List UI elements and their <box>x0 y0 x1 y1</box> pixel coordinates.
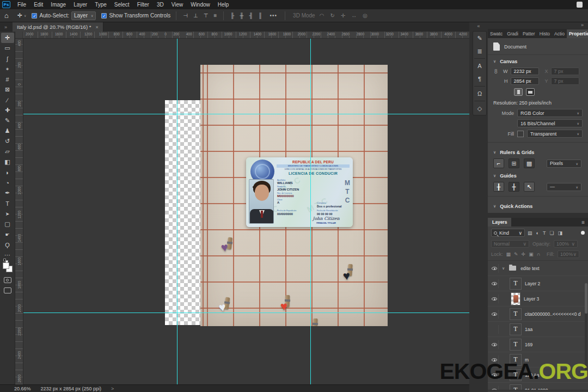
frame-tool[interactable]: ⊠ <box>1 84 14 95</box>
transparent-canvas-area[interactable] <box>165 100 200 325</box>
eyedropper-tool[interactable]: ∕ <box>1 95 14 105</box>
auto-select-checkbox[interactable]: ✓ <box>32 13 37 19</box>
distribute-icon[interactable]: ╫ <box>240 13 243 19</box>
id-card[interactable]: MTC MTC MTC REPUBLICA DEL PERU MINISTERI… <box>246 157 353 227</box>
tab-properties[interactable]: Properties <box>567 29 588 38</box>
layer-row[interactable]: T 169 <box>488 337 588 352</box>
distribute-icon[interactable]: ╢ <box>249 13 253 19</box>
guide-style-dropdown[interactable]: — ∨ <box>547 183 581 191</box>
menu-item[interactable]: Edit <box>30 2 47 8</box>
filter-kind-dropdown[interactable]: Kind ∨ <box>491 229 525 237</box>
more-options-icon[interactable]: ••• <box>266 13 282 19</box>
landscape-orientation-button[interactable] <box>526 88 535 96</box>
character-panel-icon[interactable]: A <box>473 59 486 72</box>
document-photo[interactable]: ♥ ♥ ♥ ♥ MTC MTC MTC <box>200 65 388 326</box>
healing-brush-tool[interactable]: ✚ <box>1 105 14 115</box>
fill-swatch[interactable] <box>517 131 524 137</box>
brush-settings-panel-icon[interactable]: ✎ <box>473 32 486 45</box>
filter-pixel-layers-icon[interactable]: ▤ <box>528 230 532 236</box>
close-icon[interactable]: × <box>95 24 98 30</box>
lock-all-icon[interactable]: ∩ <box>537 252 540 257</box>
3d-mode-icon[interactable]: ↻ <box>330 13 334 19</box>
quick-mask-icon[interactable] <box>4 277 11 283</box>
3d-mode-icon[interactable]: ◎ <box>363 13 367 19</box>
visibility-toggle[interactable] <box>490 340 499 349</box>
panel-menu-icon[interactable]: ≡ <box>581 219 588 226</box>
zoom-level[interactable]: 20.66% <box>14 386 31 391</box>
toggle-guides-icon[interactable]: ╂ <box>493 182 504 192</box>
filter-smart-objects-icon[interactable]: ◨ <box>558 230 563 236</box>
visibility-toggle[interactable] <box>490 325 499 334</box>
layer-name[interactable]: Layer 3 <box>524 296 539 302</box>
tab-overflow-icon[interactable]: » <box>0 24 13 32</box>
bit-depth-dropdown[interactable]: 16 Bits/Channel ∨ <box>517 119 583 127</box>
3d-panel-icon[interactable]: ◇ <box>473 102 486 115</box>
layer-name[interactable]: Layer 2 <box>525 281 540 286</box>
move-tool-preset-icon[interactable]: ✛ <box>14 12 23 19</box>
lock-position-icon[interactable]: ✛ <box>522 252 526 257</box>
menu-item[interactable]: Help <box>214 2 233 8</box>
align-icon[interactable]: ⊥ <box>193 13 198 19</box>
filter-type-layers-icon[interactable]: T <box>543 230 546 236</box>
layer-name[interactable]: 1aa <box>525 327 532 332</box>
lock-guides-icon[interactable]: ╋ <box>509 182 519 192</box>
gradient-tool[interactable]: ◧ <box>1 157 14 167</box>
auto-select-target-dropdown[interactable]: Layer ∨ <box>71 11 96 20</box>
layer-row[interactable]: T Layer 2 <box>488 276 588 291</box>
align-icon[interactable]: ⊤ <box>204 13 209 19</box>
canvas-viewport[interactable]: ♥ ♥ ♥ ♥ MTC MTC MTC <box>23 39 469 384</box>
tab-patterns[interactable]: Patter <box>520 29 537 38</box>
clear-guides-icon[interactable]: ↖ <box>524 182 535 192</box>
crop-tool[interactable]: # <box>1 74 14 84</box>
rulers-grids-section-header[interactable]: ∨ Rulers & Grids <box>488 146 588 157</box>
visibility-toggle[interactable] <box>490 310 499 318</box>
height-field[interactable]: 2854 px <box>511 77 539 85</box>
toggle-snap-icon[interactable]: ▩ <box>524 158 535 168</box>
quick-actions-section-header[interactable]: ∨ Quick Actions <box>488 200 588 211</box>
distribute-icon[interactable]: ║ <box>259 13 262 19</box>
filter-adjustment-layers-icon[interactable]: ◐ <box>536 230 539 236</box>
filter-shape-layers-icon[interactable]: ❏ <box>549 230 554 236</box>
rectangle-tool[interactable]: ▢ <box>1 219 14 229</box>
link-dimensions-icon[interactable]: 8 <box>493 69 499 75</box>
menu-item[interactable]: Filter <box>133 2 153 8</box>
canvas-section-header[interactable]: ∨ Canvas <box>488 55 588 66</box>
collapse-panels-icon[interactable]: « <box>469 22 488 29</box>
visibility-toggle[interactable] <box>490 279 499 288</box>
chevron-down-icon[interactable]: ∨ <box>23 14 29 17</box>
layer-row-group[interactable]: ∨ edite text <box>488 261 588 276</box>
paragraph-panel-icon[interactable]: ¶ <box>473 72 486 85</box>
guides-section-header[interactable]: ∨ Guides <box>488 169 588 181</box>
color-swatches[interactable] <box>2 262 13 273</box>
menu-item[interactable]: Select <box>111 2 133 8</box>
vertical-ruler[interactable]: 4002000200400600800100012001400160018002… <box>15 39 23 384</box>
horizontal-guide[interactable] <box>23 114 469 114</box>
workspace-icon[interactable] <box>577 2 583 8</box>
layer-name[interactable]: cita0000000..<<<<<<<<0 d <box>525 311 581 317</box>
portrait-orientation-button[interactable] <box>514 88 523 96</box>
status-chevron-icon[interactable]: > <box>111 386 114 391</box>
hand-tool[interactable]: ☛ <box>1 229 14 240</box>
menu-item[interactable]: 3D <box>153 2 168 8</box>
blur-tool[interactable]: ◗ <box>1 167 14 177</box>
lock-pixels-icon[interactable]: ✎ <box>514 252 518 257</box>
history-brush-tool[interactable]: ↺ <box>1 136 14 146</box>
ruler-corner[interactable] <box>15 32 23 39</box>
filter-toggle[interactable] <box>581 231 585 235</box>
zoom-tool[interactable]: Ϙ <box>1 240 14 250</box>
lock-artboard-icon[interactable]: ▣ <box>529 252 534 257</box>
show-transform-checkbox[interactable]: ✓ <box>101 13 107 19</box>
pen-tool[interactable]: ✒ <box>1 188 14 198</box>
move-tool[interactable]: ✛ <box>1 33 14 43</box>
3d-mode-icon[interactable]: ✛ <box>341 13 345 19</box>
home-icon[interactable]: ⌂ <box>0 11 14 20</box>
object-selection-tool[interactable]: ✶ <box>1 64 14 74</box>
lasso-tool[interactable]: ʃ <box>1 53 14 64</box>
align-icon[interactable]: ⊣ <box>183 13 188 19</box>
distribute-icon[interactable]: ╟ <box>230 13 234 19</box>
tab-layers[interactable]: Layers <box>488 218 511 226</box>
horizontal-ruler[interactable]: 2000180016001400120010008006004002000200… <box>23 32 469 39</box>
tab-swatches[interactable]: Swatc <box>488 29 505 38</box>
align-icon[interactable]: ≡ <box>213 13 217 19</box>
width-field[interactable]: 2232 px <box>511 68 539 75</box>
